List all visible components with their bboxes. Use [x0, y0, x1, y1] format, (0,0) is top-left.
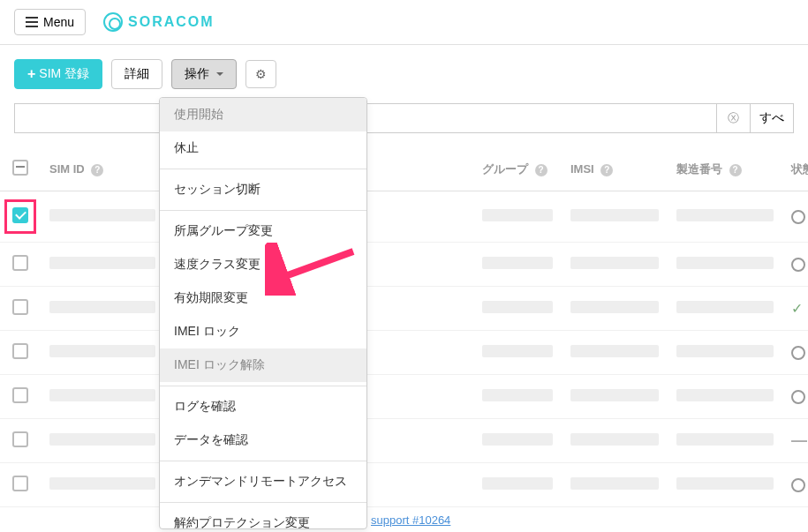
help-icon[interactable]: ? [729, 164, 742, 176]
row-checkbox[interactable] [12, 387, 28, 403]
serial-cell [676, 345, 774, 357]
menu-button[interactable]: Menu [14, 9, 86, 35]
settings-button[interactable]: ⚙ [245, 60, 276, 88]
group-cell [482, 257, 553, 269]
sim-id-cell [49, 345, 155, 357]
action-dropdown-button[interactable]: 操作 [171, 59, 237, 89]
status-ring-icon [791, 478, 805, 492]
sim-id-cell [49, 477, 155, 490]
col-serial[interactable]: 製造番号 ? [668, 147, 782, 191]
serial-cell [676, 257, 774, 269]
status-ring-icon [791, 390, 805, 404]
row-checkbox[interactable] [12, 299, 28, 315]
group-cell [482, 433, 553, 446]
dropdown-item[interactable]: 休止 [160, 131, 366, 165]
dropdown-separator [160, 210, 366, 211]
col-status[interactable]: 状態 ? [782, 147, 808, 191]
group-cell [482, 301, 553, 313]
serial-cell [676, 301, 774, 313]
imsi-cell [570, 257, 659, 269]
menu-label: Menu [43, 15, 74, 29]
dropdown-item[interactable]: オンデマンドリモートアクセス [160, 465, 366, 498]
col-sim-id[interactable]: SIM ID ? [41, 147, 164, 191]
serial-cell [676, 477, 774, 490]
brand-logo[interactable]: SORACOM [103, 12, 215, 32]
serial-cell [676, 433, 774, 446]
logo-icon [103, 12, 123, 32]
dropdown-separator [160, 386, 366, 386]
table-row[interactable]: 使用中 [0, 463, 808, 507]
dropdown-separator [160, 461, 366, 461]
close-icon: ⓧ [728, 110, 739, 126]
status-ring-icon [791, 210, 805, 224]
sim-id-cell [49, 389, 155, 401]
col-imsi[interactable]: IMSI ? [562, 147, 668, 191]
dropdown-item: IMEI ロック解除 [160, 348, 366, 382]
filter-dropdown-button[interactable]: すべ [751, 103, 794, 133]
help-icon[interactable]: ? [600, 164, 613, 176]
brand-text: SORACOM [128, 14, 215, 30]
status-dash-icon: — [791, 431, 807, 450]
serial-cell [676, 389, 774, 401]
table-row[interactable]: ✓準備完了 [0, 287, 808, 331]
row-checkbox[interactable] [12, 255, 28, 271]
sim-id-cell [49, 301, 155, 313]
row-checkbox[interactable] [12, 476, 28, 491]
dropdown-item[interactable]: 解約プロテクション変更 [160, 506, 366, 507]
row-checkbox[interactable] [12, 431, 28, 447]
detail-button[interactable]: 詳細 [111, 59, 162, 89]
sim-table: SIM ID ? グループ ? IMSI ? 製造番号 ? 状態 ? [0, 147, 808, 507]
search-bar: ⓧ すべ [14, 103, 794, 133]
plus-icon: + [27, 67, 35, 81]
table-row[interactable]: 使用中 [0, 191, 808, 243]
table-row[interactable]: 使用中 [0, 375, 808, 419]
row-checkbox[interactable] [12, 207, 28, 223]
sim-id-cell [49, 257, 155, 269]
dropdown-item[interactable]: IMEI ロック [160, 315, 366, 348]
imsi-cell [570, 389, 659, 401]
help-icon[interactable]: ? [91, 164, 103, 176]
register-label: SIM 登録 [39, 66, 89, 82]
imsi-cell [570, 301, 659, 313]
imsi-cell [570, 477, 659, 490]
imsi-cell [570, 433, 659, 446]
status-cell: 使用中 [791, 257, 808, 273]
status-check-icon: ✓ [791, 300, 803, 317]
register-sim-button[interactable]: + SIM 登録 [14, 59, 102, 89]
select-all-checkbox[interactable] [12, 160, 28, 176]
dropdown-separator [160, 502, 366, 503]
dropdown-item: 使用開始 [160, 98, 366, 131]
group-cell [482, 345, 553, 357]
status-cell: ✓準備完了 [791, 300, 808, 317]
serial-cell [676, 209, 774, 221]
imsi-cell [570, 209, 659, 221]
table-row[interactable]: —利用開始 [0, 419, 808, 463]
dropdown-item[interactable]: 所属グループ変更 [160, 214, 366, 248]
status-cell: —利用開始 [791, 431, 808, 450]
dropdown-item[interactable]: 速度クラス変更 [160, 248, 366, 281]
group-cell [482, 389, 553, 401]
table-row[interactable]: 使用中 [0, 331, 808, 375]
gear-icon: ⚙ [255, 67, 267, 81]
help-icon[interactable]: ? [535, 164, 547, 176]
sim-id-cell [49, 209, 155, 221]
table-row[interactable]: 使用中 [0, 243, 808, 287]
status-cell: 使用中 [791, 389, 808, 405]
group-cell [482, 477, 553, 490]
clear-search-button[interactable]: ⓧ [717, 103, 751, 133]
status-cell: 使用中 [791, 477, 808, 493]
row-checkbox[interactable] [12, 343, 28, 359]
dropdown-item[interactable]: ログを確認 [160, 390, 366, 423]
status-ring-icon [791, 258, 805, 272]
status-ring-icon [791, 346, 805, 360]
dropdown-separator [160, 169, 366, 169]
dropdown-item[interactable]: データを確認 [160, 423, 366, 457]
dropdown-item[interactable]: セッション切断 [160, 173, 366, 206]
action-dropdown-menu: 使用開始休止セッション切断所属グループ変更速度クラス変更有効期限変更IMEI ロ… [159, 97, 367, 507]
app-header: Menu SORACOM [0, 0, 808, 45]
status-cell: 使用中 [791, 345, 808, 361]
dropdown-item[interactable]: 有効期限変更 [160, 281, 366, 315]
sim-id-cell [49, 433, 155, 446]
hamburger-icon [26, 17, 38, 27]
toolbar: + SIM 登録 詳細 操作 ⚙ [0, 45, 808, 103]
